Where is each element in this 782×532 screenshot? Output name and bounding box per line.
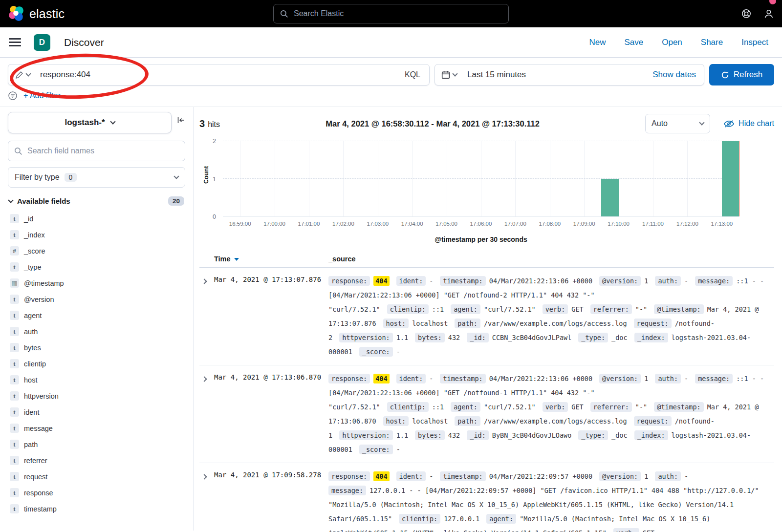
hits-number: 3	[199, 118, 205, 129]
filter-by-type-button[interactable]: Filter by type 0	[8, 167, 185, 188]
field-type-string-icon: t	[10, 327, 19, 336]
add-filter-button[interactable]: + Add filter	[23, 91, 61, 100]
source-field-key: timestamp:	[440, 471, 485, 481]
source-field-value: -	[684, 375, 688, 383]
chevron-down-icon	[174, 173, 179, 179]
source-field-value: GET	[571, 403, 583, 411]
source-field-key: ident:	[396, 374, 426, 383]
histogram-bar[interactable]	[601, 179, 618, 216]
query-input[interactable]: response:404 KQL	[8, 64, 430, 85]
x-tick-label: 17:12:00	[676, 221, 698, 227]
field-item-path[interactable]: tpath	[8, 436, 185, 452]
row-source: response:404ident:-timestamp:04/Mar/2021…	[328, 372, 774, 457]
source-field-key: @timestamp:	[654, 402, 703, 412]
field-item-auth[interactable]: tauth	[8, 323, 185, 340]
filter-icon[interactable]	[8, 91, 18, 101]
header-action-open[interactable]: Open	[662, 38, 682, 47]
field-item-host[interactable]: thost	[8, 372, 185, 388]
field-item-referrer[interactable]: treferrer	[8, 452, 185, 468]
index-pattern-select[interactable]: logstash-*	[8, 112, 172, 133]
space-badge[interactable]: D	[34, 34, 50, 51]
field-list: t_idt_index#_scoret_type▦@timestampt@ver…	[8, 211, 185, 517]
field-item-httpversion[interactable]: thttpversion	[8, 388, 185, 404]
source-field-key: _score:	[359, 445, 393, 454]
field-type-string-icon: t	[10, 488, 19, 497]
source-field-key: referrer:	[590, 304, 632, 314]
expand-row-button[interactable]	[199, 274, 214, 286]
available-fields-toggle[interactable]: Available fields 20	[8, 196, 185, 206]
source-field-value: _doc	[611, 334, 628, 341]
field-name: _index	[24, 231, 45, 239]
time-range-value[interactable]: Last 15 minutes	[467, 70, 526, 80]
global-search-input[interactable]: Search Elastic	[273, 4, 509, 23]
field-item-request[interactable]: trequest	[8, 468, 185, 485]
refresh-button[interactable]: Refresh	[709, 64, 774, 85]
header-action-new[interactable]: New	[589, 38, 606, 47]
field-item-ident[interactable]: tident	[8, 404, 185, 420]
field-type-string-icon: t	[10, 407, 19, 417]
field-item-agent[interactable]: tagent	[8, 307, 185, 323]
field-item-@version[interactable]: t@version	[8, 291, 185, 307]
index-pattern-label: logstash-*	[65, 118, 105, 128]
query-bar: response:404 KQL Last 15 minutes Show da…	[0, 58, 782, 90]
field-item-message[interactable]: tmessage	[8, 420, 185, 436]
user-avatar-icon[interactable]	[763, 8, 774, 19]
menu-icon[interactable]	[9, 38, 21, 46]
source-field-value: 1	[644, 472, 648, 480]
histogram-bar[interactable]	[722, 141, 739, 216]
global-search-placeholder: Search Elastic	[294, 9, 344, 18]
source-field-key: _id:	[467, 333, 489, 342]
expand-row-icon	[201, 376, 207, 382]
field-item-_index[interactable]: t_index	[8, 227, 185, 243]
expand-row-button[interactable]	[199, 469, 214, 481]
column-header-time[interactable]: Time	[214, 255, 328, 263]
field-type-string-icon: t	[10, 375, 19, 384]
field-name: path	[24, 441, 38, 448]
field-item-clientip[interactable]: tclientip	[8, 356, 185, 372]
field-type-string-icon: t	[10, 504, 19, 513]
header-actions: NewSaveOpenShareInspect	[589, 38, 773, 47]
field-item-bytes[interactable]: tbytes	[8, 340, 185, 356]
hide-chart-label: Hide chart	[739, 119, 774, 128]
field-item-timestamp[interactable]: ttimestamp	[8, 501, 185, 517]
brand: elastic	[8, 5, 164, 22]
field-type-string-icon: t	[10, 424, 19, 433]
saved-query-menu-button[interactable]	[15, 71, 30, 79]
source-field-key: clientip:	[387, 402, 429, 412]
source-field-key: ident:	[396, 471, 426, 481]
header-action-inspect[interactable]: Inspect	[741, 38, 768, 47]
interval-select[interactable]: Auto	[645, 114, 710, 133]
source-field-key: clientip:	[399, 514, 440, 524]
source-field-key: message:	[695, 276, 733, 286]
header-action-save[interactable]: Save	[624, 38, 643, 47]
collapse-sidebar-icon[interactable]	[176, 116, 185, 125]
search-icon	[280, 10, 288, 18]
help-icon[interactable]	[741, 8, 752, 19]
field-name: ident	[24, 408, 39, 416]
field-type-string-icon: t	[10, 456, 19, 465]
gridline-vertical	[584, 141, 585, 216]
query-language-button[interactable]: KQL	[403, 70, 422, 79]
expand-row-button[interactable]	[199, 372, 214, 383]
field-name: _score	[24, 247, 45, 255]
source-field-key: auth:	[655, 374, 681, 383]
field-name: httpversion	[24, 392, 59, 400]
source-field-value: 04/Mar/2021:22:09:57 +0000	[489, 472, 592, 480]
source-field-value: 04/Mar/2021:22:13:06 +0000	[489, 375, 592, 383]
source-field-value: _doc	[611, 431, 628, 439]
field-item-_id[interactable]: t_id	[8, 211, 185, 227]
field-item-_type[interactable]: t_type	[8, 259, 185, 275]
field-item-_score[interactable]: #_score	[8, 243, 185, 259]
page-title: Discover	[64, 37, 104, 48]
date-picker-menu-button[interactable]	[435, 70, 463, 79]
gridline-vertical	[343, 141, 344, 216]
field-item-@timestamp[interactable]: ▦@timestamp	[8, 275, 185, 291]
header-action-share[interactable]: Share	[701, 38, 723, 47]
show-dates-button[interactable]: Show dates	[652, 70, 704, 80]
source-field-value: 127.0.0.1	[444, 515, 479, 523]
source-field-value: /var/www/example.com/logs/access.log	[484, 319, 627, 327]
field-search-input[interactable]: Search field names	[8, 141, 185, 161]
hide-chart-button[interactable]: Hide chart	[724, 119, 774, 128]
field-item-response[interactable]: tresponse	[8, 485, 185, 501]
source-field-key: _index:	[634, 333, 668, 342]
